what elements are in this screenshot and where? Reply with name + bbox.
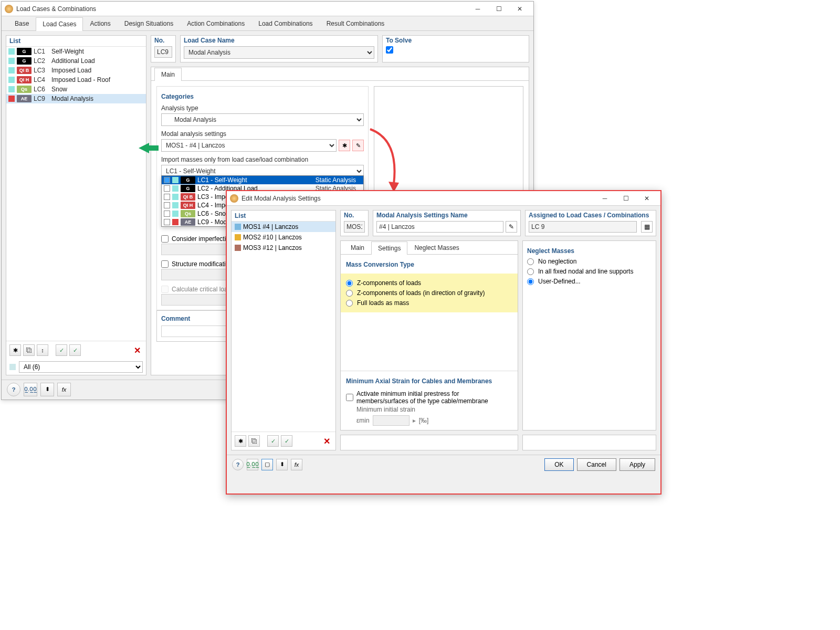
sec-box-icon[interactable]: ▢ bbox=[261, 459, 273, 470]
sec-fx-icon[interactable]: fx bbox=[291, 459, 302, 470]
sec-tree-icon[interactable]: ⬍ bbox=[276, 459, 288, 470]
structure-mod-label: Structure modification bbox=[172, 260, 233, 268]
list-item[interactable]: QsLC6Snow bbox=[6, 85, 146, 94]
minimize-button[interactable]: ─ bbox=[467, 3, 488, 15]
sec-close-button[interactable]: ✕ bbox=[636, 192, 657, 205]
mass-opt-z[interactable] bbox=[346, 280, 353, 287]
sec-name-field: Modal Analysis Settings Name ✎ bbox=[373, 210, 521, 236]
solve-field: To Solve bbox=[382, 35, 529, 62]
solve-checkbox[interactable] bbox=[386, 46, 393, 54]
sec-maximize-button[interactable]: ☐ bbox=[615, 192, 636, 205]
strain-checkbox[interactable] bbox=[346, 394, 353, 401]
check2-icon[interactable]: ✓ bbox=[69, 344, 81, 356]
strain-checkbox-label: Activate minimum initial prestress for m… bbox=[356, 390, 493, 405]
mass-opt-full-label: Full loads as mass bbox=[357, 299, 409, 307]
maximize-button[interactable]: ☐ bbox=[488, 3, 509, 15]
sec-settings-panel: Main Settings Neglect Masses Mass Conver… bbox=[340, 240, 518, 430]
sec-bottom-slot-2 bbox=[522, 435, 656, 450]
close-button[interactable]: ✕ bbox=[509, 3, 530, 15]
sec-tab-settings[interactable]: Settings bbox=[371, 242, 407, 255]
strain-symbol: εmin bbox=[356, 417, 370, 424]
list-item[interactable]: MOS2 #10 | Lanczos bbox=[232, 232, 335, 243]
inner-tab-main[interactable]: Main bbox=[154, 68, 182, 81]
assigned-browse-icon[interactable]: ▦ bbox=[641, 221, 653, 233]
list-item[interactable]: QI BLC3Imposed Load bbox=[6, 66, 146, 75]
tab-design-situations[interactable]: Design Situations bbox=[118, 17, 180, 30]
mass-opt-full[interactable] bbox=[346, 300, 353, 307]
sort-icon[interactable]: ↕ bbox=[37, 344, 48, 356]
neglect-opt-fixed[interactable] bbox=[527, 268, 534, 275]
neglect-header: Neglect Masses bbox=[527, 247, 652, 255]
neglect-panel: Neglect Masses No neglection In all fixe… bbox=[522, 240, 656, 430]
help-icon[interactable]: ? bbox=[7, 383, 20, 396]
copy-icon[interactable]: ⿻ bbox=[23, 344, 35, 356]
sec-tab-main[interactable]: Main bbox=[344, 241, 371, 254]
assigned-input[interactable] bbox=[529, 221, 637, 233]
filter-swatch bbox=[9, 364, 16, 370]
sec-minimize-button[interactable]: ─ bbox=[594, 192, 615, 205]
sec-check-icon[interactable]: ✓ bbox=[267, 435, 279, 447]
tab-result-combinations[interactable]: Result Combinations bbox=[320, 17, 392, 30]
list-item[interactable]: AELC9Modal Analysis bbox=[6, 94, 146, 103]
modal-settings-select[interactable]: MOS1 - #4 | Lanczos bbox=[161, 139, 337, 152]
sec-new-icon[interactable]: ✱ bbox=[235, 435, 246, 447]
tab-load-cases[interactable]: Load Cases bbox=[36, 17, 83, 31]
sec-name-input[interactable] bbox=[376, 221, 503, 233]
name-field: Load Case Name Modal Analysis bbox=[180, 35, 378, 62]
neglect-opt-none[interactable] bbox=[527, 258, 534, 265]
consider-imperfection-checkbox[interactable] bbox=[161, 235, 169, 243]
name-input[interactable]: Modal Analysis bbox=[184, 46, 374, 59]
categories-header: Categories bbox=[161, 93, 364, 100]
no-input[interactable] bbox=[154, 46, 172, 58]
structure-mod-checkbox[interactable] bbox=[161, 260, 169, 268]
neglect-opt-user-label: User-Defined... bbox=[538, 278, 581, 285]
list-item[interactable]: MOS3 #12 | Lanczos bbox=[232, 243, 335, 253]
list-item[interactable]: GLC1Self-Weight bbox=[6, 47, 146, 56]
tree-icon[interactable]: ⬍ bbox=[40, 383, 54, 396]
sec-no-input[interactable] bbox=[344, 221, 365, 233]
dropdown-item[interactable]: GLC1 - Self-WeightStatic Analysis bbox=[162, 176, 363, 184]
main-tabstrip: Base Load Cases Actions Design Situation… bbox=[2, 16, 533, 31]
sec-app-icon bbox=[230, 194, 238, 203]
edit-name-icon[interactable]: ✎ bbox=[506, 221, 517, 233]
tab-load-combinations[interactable]: Load Combinations bbox=[251, 17, 319, 30]
mass-opt-z-label: Z-components of loads bbox=[357, 279, 421, 287]
sec-delete-icon[interactable]: ✕ bbox=[321, 435, 332, 447]
list-item[interactable]: QI HLC4Imposed Load - Roof bbox=[6, 75, 146, 85]
fx-icon[interactable]: fx bbox=[57, 383, 71, 396]
titlebar: Load Cases & Combinations ─ ☐ ✕ bbox=[2, 2, 533, 16]
list-item[interactable]: GLC2Additional Load bbox=[6, 56, 146, 66]
red-arrow-annotation bbox=[368, 124, 410, 197]
sec-help-icon[interactable]: ? bbox=[232, 459, 244, 470]
cancel-button[interactable]: Cancel bbox=[577, 458, 616, 471]
sec-check2-icon[interactable]: ✓ bbox=[281, 435, 292, 447]
filter-row: All (6) bbox=[6, 359, 146, 375]
tab-base[interactable]: Base bbox=[8, 17, 36, 30]
analysis-type-label: Analysis type bbox=[161, 104, 364, 112]
edit-modal-settings-dialog: Edit Modal Analysis Settings ─ ☐ ✕ List … bbox=[226, 190, 662, 495]
sec-units-icon[interactable]: 0̲.0̲0̲ bbox=[247, 459, 258, 470]
new-settings-icon[interactable]: ✱ bbox=[339, 140, 350, 151]
edit-settings-icon[interactable]: ✎ bbox=[352, 140, 364, 151]
mass-opt-z-gravity[interactable] bbox=[346, 290, 353, 297]
list-item[interactable]: MOS1 #4 | Lanczos bbox=[232, 222, 335, 232]
assigned-field: Assigned to Load Cases / Combinations ▦ bbox=[525, 210, 656, 236]
load-case-list: GLC1Self-WeightGLC2Additional LoadQI BLC… bbox=[6, 47, 146, 341]
ok-button[interactable]: OK bbox=[544, 458, 573, 471]
sec-tab-neglect[interactable]: Neglect Masses bbox=[407, 241, 466, 254]
load-case-list-panel: List GLC1Self-WeightGLC2Additional LoadQ… bbox=[6, 35, 146, 375]
analysis-type-select[interactable]: Modal Analysis bbox=[161, 113, 364, 126]
sec-titlebar: Edit Modal Analysis Settings ─ ☐ ✕ bbox=[227, 191, 660, 206]
filter-select[interactable]: All (6) bbox=[19, 361, 143, 373]
check-icon[interactable]: ✓ bbox=[56, 344, 67, 356]
neglect-opt-user[interactable] bbox=[527, 278, 534, 285]
delete-icon[interactable]: ✕ bbox=[131, 344, 143, 356]
tab-actions[interactable]: Actions bbox=[83, 17, 117, 30]
tab-action-combinations[interactable]: Action Combinations bbox=[180, 17, 251, 30]
units-icon[interactable]: 0̲.0̲0̲ bbox=[24, 383, 37, 396]
apply-button[interactable]: Apply bbox=[620, 458, 655, 471]
import-masses-label: Import masses only from load case/load c… bbox=[161, 156, 364, 163]
new-icon[interactable]: ✱ bbox=[9, 344, 21, 356]
sec-list-header: List bbox=[232, 211, 335, 222]
sec-copy-icon[interactable]: ⿻ bbox=[248, 435, 260, 447]
